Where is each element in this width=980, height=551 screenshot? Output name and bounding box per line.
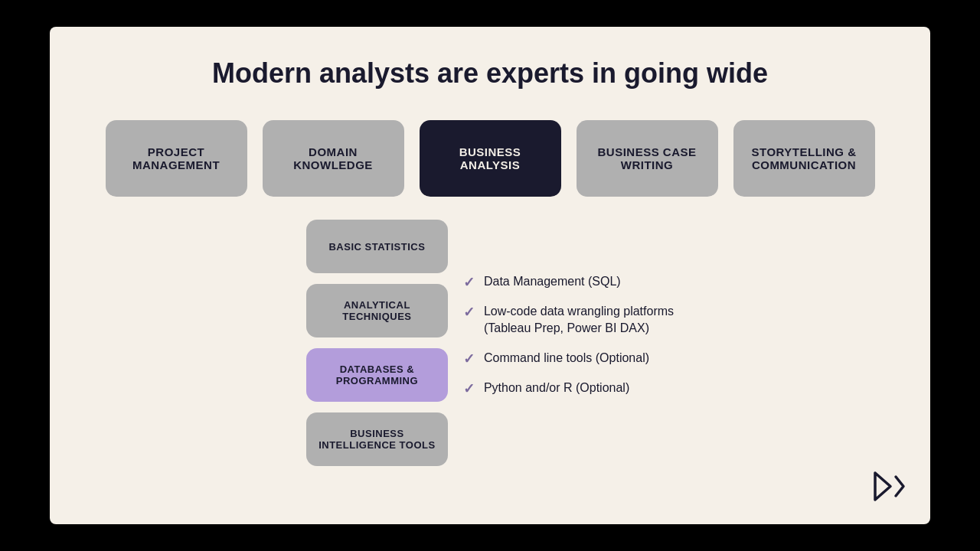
logo xyxy=(869,469,907,509)
checklist: ✓ Data Management (SQL) ✓ Low-code data … xyxy=(448,220,674,397)
checkmark-icon-2: ✓ xyxy=(463,304,475,321)
slide-title: Modern analysts are experts in going wid… xyxy=(88,57,892,90)
box-business-case-writing: BUSINESS CASE WRITING xyxy=(577,120,718,197)
side-boxes-column: BASIC STATISTICS ANALYTICAL TECHNIQUES D… xyxy=(306,220,448,466)
box-project-management: PROJECT MANAGEMENT xyxy=(106,120,247,197)
box-analytical-techniques: ANALYTICAL TECHNIQUES xyxy=(306,284,448,337)
check-text-2: Low-code data wrangling platforms(Tablea… xyxy=(484,303,674,337)
checkmark-icon-1: ✓ xyxy=(463,274,475,291)
check-item-4: ✓ Python and/or R (Optional) xyxy=(463,380,674,397)
check-item-1: ✓ Data Management (SQL) xyxy=(463,273,674,291)
checkmark-icon-3: ✓ xyxy=(463,350,475,367)
check-text-4: Python and/or R (Optional) xyxy=(484,380,629,396)
box-business-analysis: BUSINESS ANALYSIS xyxy=(420,120,561,197)
check-item-3: ✓ Command line tools (Optional) xyxy=(463,350,674,367)
main-content: BASIC STATISTICS ANALYTICAL TECHNIQUES D… xyxy=(88,220,892,466)
check-text-3: Command line tools (Optional) xyxy=(484,350,649,367)
box-domain-knowledge: DOMAIN KNOWLEDGE xyxy=(263,120,404,197)
check-item-2: ✓ Low-code data wrangling platforms(Tabl… xyxy=(463,303,674,337)
checkmark-icon-4: ✓ xyxy=(463,380,475,397)
box-business-intelligence-tools: BUSINESS INTELLIGENCE TOOLS xyxy=(306,412,448,466)
box-databases-programming: DATABASES & PROGRAMMING xyxy=(306,348,448,402)
box-storytelling-communication: STORYTELLING & COMMUNICATION xyxy=(733,120,875,197)
top-boxes-row: PROJECT MANAGEMENT DOMAIN KNOWLEDGE BUSI… xyxy=(88,120,892,197)
box-basic-statistics: BASIC STATISTICS xyxy=(306,220,448,273)
slide: Modern analysts are experts in going wid… xyxy=(50,27,930,524)
check-text-1: Data Management (SQL) xyxy=(484,273,621,290)
